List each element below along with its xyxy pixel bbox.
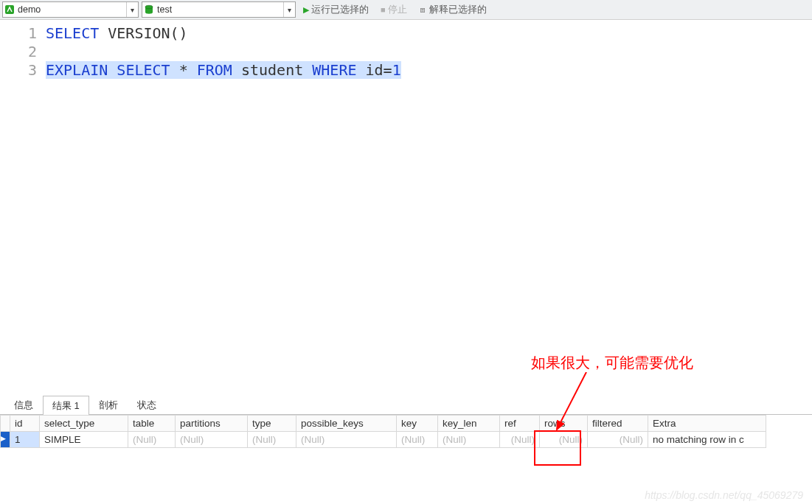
cell-key-len[interactable]: (Null) bbox=[438, 432, 500, 448]
cell-select-type[interactable]: SIMPLE bbox=[40, 432, 128, 448]
col-table[interactable]: table bbox=[128, 416, 176, 432]
tab-info[interactable]: 信息 bbox=[4, 395, 43, 414]
cell-type[interactable]: (Null) bbox=[248, 432, 296, 448]
cell-partitions[interactable]: (Null) bbox=[176, 432, 248, 448]
col-rows[interactable]: rows bbox=[540, 416, 588, 432]
stop-button[interactable]: ■ 停止 bbox=[376, 1, 412, 18]
cell-possible-keys[interactable]: (Null) bbox=[296, 432, 397, 448]
code-area[interactable]: SELECT VERSION() EXPLAIN SELECT * FROM s… bbox=[46, 24, 812, 396]
tab-status[interactable]: 状态 bbox=[128, 395, 166, 414]
line-gutter: 1 2 3 bbox=[0, 24, 46, 396]
database-icon bbox=[142, 4, 156, 15]
grid-header-row: id select_type table partitions type pos… bbox=[1, 416, 766, 432]
tab-profile[interactable]: 剖析 bbox=[89, 395, 128, 414]
cell-table[interactable]: (Null) bbox=[128, 432, 176, 448]
toolbar: demo ▾ test ▾ ▶ 运行已选择的 ■ 停止 🗉 解释已选择的 bbox=[0, 0, 812, 20]
code-line bbox=[46, 43, 812, 61]
cell-ref[interactable]: (Null) bbox=[500, 432, 540, 448]
cell-rows[interactable]: (Null) bbox=[540, 432, 588, 448]
cell-id[interactable]: 1 bbox=[10, 432, 40, 448]
table-row[interactable]: 1 SIMPLE (Null) (Null) (Null) (Null) (Nu… bbox=[1, 432, 766, 448]
watermark: https://blog.csdn.net/qq_45069279 bbox=[645, 489, 803, 501]
cell-extra[interactable]: no matching row in c bbox=[648, 432, 766, 448]
cell-filtered[interactable]: (Null) bbox=[588, 432, 648, 448]
col-extra[interactable]: Extra bbox=[648, 416, 766, 432]
play-icon: ▶ bbox=[303, 5, 309, 15]
stop-label: 停止 bbox=[388, 4, 407, 16]
col-key-len[interactable]: key_len bbox=[438, 416, 500, 432]
sql-editor[interactable]: 1 2 3 SELECT VERSION() EXPLAIN SELECT * … bbox=[0, 20, 812, 396]
database-dropdown[interactable]: test ▾ bbox=[142, 1, 296, 18]
code-line: EXPLAIN SELECT * FROM student WHERE id=1 bbox=[46, 61, 812, 80]
col-possible-keys[interactable]: possible_keys bbox=[296, 416, 397, 432]
database-label: test bbox=[156, 4, 283, 15]
row-marker-header bbox=[1, 416, 10, 432]
result-grid[interactable]: id select_type table partitions type pos… bbox=[0, 415, 766, 448]
tab-result-1[interactable]: 结果 1 bbox=[43, 396, 89, 415]
row-marker-icon bbox=[1, 432, 10, 448]
explain-icon: 🗉 bbox=[419, 5, 427, 14]
col-id[interactable]: id bbox=[10, 416, 40, 432]
explain-label: 解释已选择的 bbox=[429, 4, 487, 16]
run-label: 运行已选择的 bbox=[311, 4, 369, 16]
code-line: SELECT VERSION() bbox=[46, 24, 812, 43]
col-filtered[interactable]: filtered bbox=[588, 416, 648, 432]
stop-icon: ■ bbox=[381, 5, 386, 14]
col-select-type[interactable]: select_type bbox=[40, 416, 128, 432]
col-type[interactable]: type bbox=[248, 416, 296, 432]
connection-icon bbox=[3, 4, 16, 15]
chevron-down-icon: ▾ bbox=[126, 2, 138, 17]
col-partitions[interactable]: partitions bbox=[176, 416, 248, 432]
connection-dropdown[interactable]: demo ▾ bbox=[2, 1, 139, 18]
chevron-down-icon: ▾ bbox=[283, 2, 295, 17]
connection-label: demo bbox=[16, 4, 126, 15]
run-button[interactable]: ▶ 运行已选择的 bbox=[299, 1, 373, 18]
result-tabs: 信息 结果 1 剖析 状态 bbox=[0, 396, 812, 415]
cell-key[interactable]: (Null) bbox=[397, 432, 438, 448]
col-ref[interactable]: ref bbox=[500, 416, 540, 432]
explain-button[interactable]: 🗉 解释已选择的 bbox=[414, 1, 491, 18]
col-key[interactable]: key bbox=[397, 416, 438, 432]
